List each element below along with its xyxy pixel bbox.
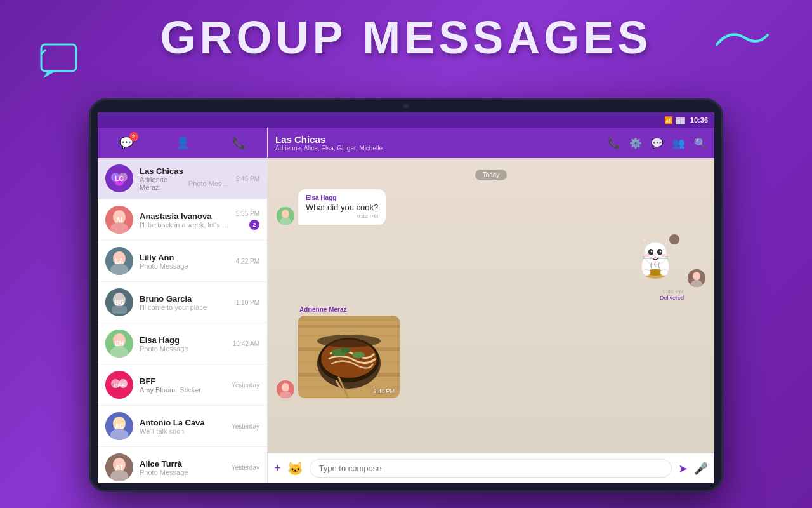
svg-text:AT: AT <box>115 464 124 471</box>
svg-text:AC: AC <box>115 423 124 430</box>
chat-badge: 2 <box>129 132 138 141</box>
msg-time-sticker: 9:46 PM <box>662 288 684 295</box>
chat-name-anastasia: Anastasia Ivanova <box>140 211 232 221</box>
date-pill: Today <box>475 170 508 180</box>
photo-time-overlay: 9:46 PM <box>373 388 395 394</box>
chat-header: Las Chicas Adrienne, Alice, Elsa, Ginger… <box>268 128 714 158</box>
add-button[interactable]: + <box>274 462 281 475</box>
msg-avatar-elsa <box>277 207 294 225</box>
sidebar: 💬 2 👤 📞 <box>98 128 268 483</box>
add-member-icon[interactable]: 👥 <box>672 137 685 149</box>
chat-time: 9:46 PM <box>236 175 259 182</box>
chat-info-bruno: Bruno Garcia I'll come to your place <box>140 294 232 311</box>
svg-point-56 <box>643 269 650 276</box>
chat-time-lilly: 4:22 PM <box>236 258 259 265</box>
svg-point-60 <box>669 234 679 244</box>
mic-button[interactable]: 🎤 <box>694 462 708 476</box>
nav-chats[interactable]: 💬 2 <box>119 136 133 150</box>
chat-preview-lilly: Photo Message <box>140 262 232 270</box>
chat-info-elsa: Elsa Hagg Photo Message <box>140 335 229 352</box>
chat-item-las-chicas[interactable]: LC Las Chicas Adrienne Meraz: Photo Mess… <box>98 158 267 199</box>
sticker-cat <box>627 230 684 287</box>
date-divider: Today <box>277 168 705 180</box>
chat-item-alice[interactable]: AT Alice Turrà Photo Message Yesterday <box>98 447 267 483</box>
svg-text:EH: EH <box>115 340 124 347</box>
chat-info-bff: BFF Amy Bloom: Sticker <box>140 377 228 394</box>
svg-point-80 <box>341 348 351 353</box>
nav-contacts[interactable]: 👤 <box>176 136 190 150</box>
svg-point-59 <box>661 254 666 257</box>
svg-rect-18 <box>112 306 127 314</box>
chat-name-las-chicas: Las Chicas <box>140 166 232 176</box>
msg-sender-elsa: Elsa Hagg <box>306 194 378 201</box>
chat-meta-antonio: Yesterday <box>232 423 259 430</box>
chat-time-alice: Yesterday <box>232 464 259 471</box>
call-icon[interactable]: 📞 <box>608 137 620 149</box>
unread-badge-anastasia: 2 <box>249 220 259 230</box>
chat-meta-alice: Yesterday <box>232 464 259 471</box>
app-layout: 💬 2 👤 📞 <box>98 128 714 483</box>
svg-point-58 <box>645 254 650 257</box>
svg-text:LC: LC <box>115 175 123 182</box>
photo-msg-container: Adrienne Meraz <box>298 306 400 398</box>
compose-input[interactable] <box>310 459 672 478</box>
chat-name-bruno: Bruno Garcia <box>140 294 232 304</box>
chat-avatar-las-chicas: LC <box>105 164 133 192</box>
page-title: GROUP MESSAGES <box>0 11 812 64</box>
tablet-screen: 📶 ▓▓ 10:36 💬 2 👤 📞 <box>98 112 714 483</box>
wifi-icon: 📶 <box>664 116 673 124</box>
chat-preview-las-chicas: Adrienne Meraz: Photo Message <box>140 176 232 191</box>
chat-info-antonio: Antonio La Cava We'll talk soon <box>140 418 228 435</box>
chat-msg-antonio: We'll talk soon <box>140 427 184 435</box>
chat-name-elsa: Elsa Hagg <box>140 335 229 345</box>
chat-avatar-bff: BFF <box>105 371 133 399</box>
add-message-icon[interactable]: 💬 <box>651 137 664 149</box>
chat-info-las-chicas: Las Chicas Adrienne Meraz: Photo Message <box>140 166 232 191</box>
svg-point-37 <box>282 210 289 218</box>
svg-point-65 <box>282 383 289 392</box>
message-bubble-1: Elsa Hagg What did you cook? 9:44 PM <box>298 189 386 225</box>
contacts-icon: 👤 <box>176 137 190 149</box>
chat-header-info: Las Chicas Adrienne, Alice, Elsa, Ginger… <box>275 134 608 152</box>
sticker-button[interactable]: 🐱 <box>287 461 303 476</box>
nav-calls[interactable]: 📞 <box>232 136 246 150</box>
chat-msg-bruno: I'll come to your place <box>140 304 207 311</box>
msg-text-1: What did you cook? <box>306 203 378 212</box>
chat-time-anastasia: 5:35 PM <box>236 210 259 217</box>
svg-point-57 <box>660 269 668 276</box>
chat-sender: Adrienne Meraz: <box>140 176 186 191</box>
chat-time-bff: Yesterday <box>232 382 259 389</box>
chat-avatar-bruno: BG <box>105 288 133 316</box>
chat-item-anastasia[interactable]: AI Anastasia Ivanova I'll be back in a w… <box>98 199 267 241</box>
chat-preview-antonio: We'll talk soon <box>140 427 228 435</box>
chat-name-alice: Alice Turrà <box>140 459 228 469</box>
chat-avatar-anastasia: AI <box>105 206 133 234</box>
search-icon[interactable]: 🔍 <box>694 137 707 149</box>
msg-avatar-adrienne <box>277 380 294 398</box>
chat-preview-bruno: I'll come to your place <box>140 304 232 311</box>
chat-item-bff[interactable]: BFF BFF Amy Bloom: Sticker Yesterday <box>98 364 267 406</box>
msg-time-1: 9:44 PM <box>357 213 379 220</box>
svg-text:AI: AI <box>116 217 122 224</box>
message-row-1: Elsa Hagg What did you cook? 9:44 PM <box>277 189 705 225</box>
input-bar: + 🐱 ➤ 🎤 <box>268 453 714 483</box>
chat-header-actions: 📞 ⚙️ 💬 👥 🔍 <box>608 137 707 149</box>
chat-info-anastasia: Anastasia Ivanova I'll be back in a week… <box>140 211 232 229</box>
chat-meta-bff: Yesterday <box>232 382 259 389</box>
svg-text:LA: LA <box>115 258 123 265</box>
chat-info-alice: Alice Turrà Photo Message <box>140 459 228 476</box>
signal-icon: ▓▓ <box>676 117 685 124</box>
chat-item-elsa[interactable]: EH Elsa Hagg Photo Message 10:42 AM <box>98 323 267 364</box>
chat-item-lilly[interactable]: LA Lilly Ann Photo Message 4:22 PM <box>98 241 267 282</box>
svg-text:BFF: BFF <box>114 382 125 389</box>
chat-meta-anastasia: 5:35 PM 2 <box>236 210 259 230</box>
chat-avatar-elsa: EH <box>105 330 133 358</box>
chat-preview-anastasia: I'll be back in a week, let's meet up th… <box>140 221 232 229</box>
chat-item-antonio[interactable]: AC Antonio La Cava We'll talk soon Yeste… <box>98 406 267 447</box>
chat-msg: Photo Message <box>188 180 232 187</box>
chat-item-bruno[interactable]: BG Bruno Garcia I'll come to your place … <box>98 282 267 323</box>
send-button[interactable]: ➤ <box>678 462 688 476</box>
chat-time-elsa: 10:42 AM <box>233 340 259 347</box>
settings-icon[interactable]: ⚙️ <box>629 137 642 149</box>
svg-point-79 <box>352 352 365 358</box>
